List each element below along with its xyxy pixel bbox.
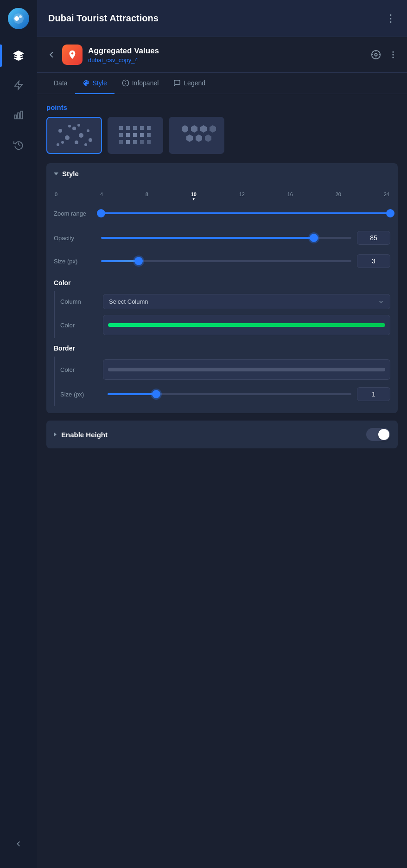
border-size-thumb[interactable] bbox=[152, 390, 160, 398]
opacity-slider[interactable] bbox=[101, 233, 351, 243]
svg-marker-52 bbox=[182, 125, 188, 133]
border-subsection: Color Size (px) 1 bbox=[54, 357, 390, 406]
sidebar bbox=[0, 0, 37, 868]
tab-infopanel[interactable]: Infopanel bbox=[114, 73, 166, 94]
zoom-range-row: Zoom range bbox=[54, 204, 390, 223]
svg-rect-11 bbox=[18, 113, 19, 119]
svg-rect-45 bbox=[140, 133, 144, 137]
sidebar-item-interactions[interactable] bbox=[0, 70, 37, 100]
svg-rect-42 bbox=[119, 133, 123, 137]
sidebar-nav bbox=[0, 37, 37, 831]
svg-point-32 bbox=[84, 143, 87, 146]
target-icon[interactable] bbox=[371, 50, 381, 60]
zoom-range-slider[interactable] bbox=[101, 209, 390, 218]
svg-rect-48 bbox=[126, 140, 130, 144]
enable-height-header[interactable]: Enable Height bbox=[46, 421, 398, 448]
point-style-hexagon[interactable] bbox=[169, 117, 224, 154]
points-label: points bbox=[46, 103, 398, 111]
svg-point-26 bbox=[65, 135, 70, 140]
opacity-thumb[interactable] bbox=[310, 234, 318, 242]
sidebar-collapse-button[interactable] bbox=[0, 831, 37, 857]
zoom-range-label: Zoom range bbox=[54, 210, 95, 217]
app-logo bbox=[8, 8, 29, 29]
border-size-row: Size (px) 1 bbox=[60, 383, 390, 406]
svg-rect-39 bbox=[133, 126, 137, 130]
border-color-label: Color bbox=[60, 366, 97, 373]
color-swatch-display bbox=[108, 323, 385, 327]
border-color-swatch[interactable] bbox=[103, 359, 390, 380]
zoom-tick-10: 10 ▼ bbox=[191, 191, 197, 201]
svg-point-25 bbox=[58, 129, 62, 133]
svg-point-29 bbox=[87, 129, 89, 132]
topbar-menu-button[interactable]: ⋮ bbox=[386, 13, 396, 25]
opacity-row: Opacity 85 bbox=[54, 226, 390, 249]
size-input[interactable]: 3 bbox=[357, 254, 390, 268]
zoom-tick-8: 8 bbox=[146, 191, 148, 201]
app-title: Dubai Tourist Attractions bbox=[48, 13, 159, 24]
border-color-row: Color bbox=[60, 357, 390, 383]
sidebar-item-layers[interactable] bbox=[0, 41, 37, 70]
zoom-range-section: 0 4 8 10 ▼ 12 16 20 24 Zoom range bbox=[54, 184, 390, 226]
svg-point-27 bbox=[72, 127, 76, 130]
analytics-icon bbox=[13, 110, 24, 120]
enable-height-section: Enable Height bbox=[46, 421, 398, 448]
zoom-tick-0: 0 bbox=[55, 191, 57, 201]
svg-point-31 bbox=[75, 140, 78, 144]
color-section-title: Color bbox=[54, 273, 390, 291]
size-thumb[interactable] bbox=[134, 257, 143, 265]
hexagon-dots-icon bbox=[176, 121, 217, 149]
size-slider[interactable] bbox=[101, 256, 351, 266]
point-style-grid[interactable] bbox=[108, 117, 163, 154]
svg-marker-53 bbox=[191, 125, 197, 133]
panel-more-icon[interactable] bbox=[388, 50, 398, 59]
svg-point-1 bbox=[14, 16, 19, 21]
svg-rect-46 bbox=[147, 133, 151, 137]
svg-marker-57 bbox=[196, 134, 202, 142]
svg-marker-9 bbox=[15, 81, 23, 89]
point-style-scattered[interactable] bbox=[46, 117, 102, 154]
svg-point-28 bbox=[79, 133, 83, 138]
layer-title: Aggregated Values bbox=[88, 46, 365, 56]
color-swatch-row: Color bbox=[60, 312, 390, 338]
opacity-input[interactable]: 85 bbox=[357, 231, 390, 245]
size-row: Size (px) 3 bbox=[54, 249, 390, 273]
style-section-header[interactable]: Style bbox=[46, 163, 398, 184]
tab-style[interactable]: Style bbox=[75, 73, 114, 94]
border-size-fill bbox=[108, 393, 156, 395]
svg-point-21 bbox=[393, 57, 394, 58]
tab-data[interactable]: Data bbox=[46, 73, 75, 94]
size-fill bbox=[101, 260, 139, 262]
border-size-label: Size (px) bbox=[60, 391, 102, 398]
style-section-title: Style bbox=[62, 170, 79, 178]
legend-icon bbox=[173, 79, 181, 87]
toggle-thumb bbox=[378, 429, 389, 440]
lightning-icon bbox=[13, 80, 24, 90]
color-column-select[interactable]: Select Column bbox=[103, 294, 390, 309]
svg-point-35 bbox=[57, 143, 59, 146]
main-panel: Dubai Tourist Attractions ⋮ Aggregated V… bbox=[37, 0, 407, 868]
zoom-slider-right-thumb[interactable] bbox=[386, 209, 394, 217]
svg-marker-58 bbox=[205, 134, 211, 142]
scattered-dots-icon bbox=[53, 121, 95, 149]
sidebar-item-history[interactable] bbox=[0, 130, 37, 160]
border-section-title: Border bbox=[54, 338, 390, 357]
tab-legend[interactable]: Legend bbox=[166, 73, 213, 94]
select-chevron-icon bbox=[378, 299, 384, 305]
size-label: Size (px) bbox=[54, 258, 95, 265]
svg-rect-51 bbox=[147, 140, 151, 144]
chevron-left-icon bbox=[14, 839, 23, 849]
back-button[interactable] bbox=[46, 50, 57, 60]
svg-rect-43 bbox=[126, 133, 130, 137]
sidebar-item-analytics[interactable] bbox=[0, 100, 37, 130]
color-swatch-picker[interactable] bbox=[103, 315, 390, 335]
svg-rect-50 bbox=[140, 140, 144, 144]
zoom-slider-left-thumb[interactable] bbox=[97, 209, 105, 217]
panel-header-text: Aggregated Values dubai_csv_copy_4 bbox=[88, 46, 365, 64]
svg-rect-40 bbox=[140, 126, 144, 130]
color-subsection: Column Select Column Color bbox=[54, 291, 390, 338]
border-size-input[interactable]: 1 bbox=[357, 387, 390, 401]
opacity-label: Opacity bbox=[54, 235, 95, 242]
enable-height-toggle[interactable] bbox=[366, 428, 390, 441]
layers-icon bbox=[13, 50, 24, 61]
border-size-slider[interactable] bbox=[108, 389, 351, 399]
